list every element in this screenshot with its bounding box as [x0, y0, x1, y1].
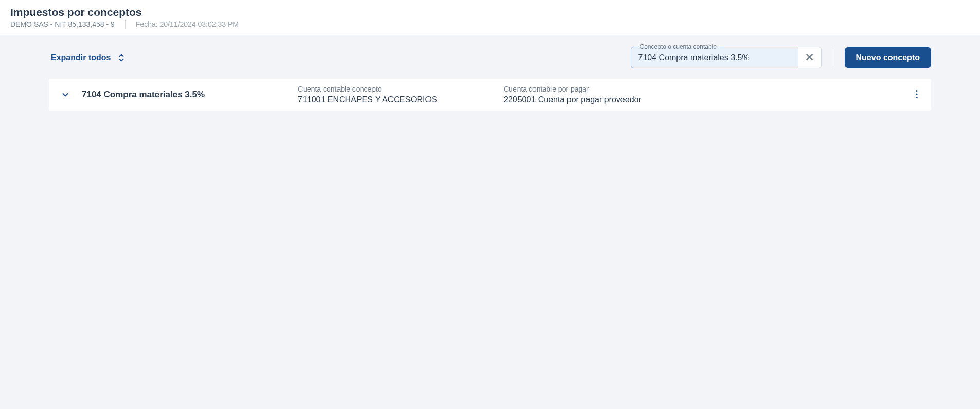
svg-point-2 — [916, 96, 917, 98]
concept-account-value: 711001 ENCHAPES Y ACCESORIOS — [298, 95, 504, 104]
concept-account-column: Cuenta contable concepto 711001 ENCHAPES… — [298, 85, 504, 104]
search-wrapper: Concepto o cuenta contable — [631, 47, 822, 68]
toolbar-left: Expandir todos — [49, 50, 127, 65]
expand-all-button[interactable]: Expandir todos — [49, 50, 127, 65]
chevron-down-icon — [61, 91, 69, 99]
concept-account-label: Cuenta contable concepto — [298, 85, 504, 93]
payable-account-column: Cuenta contable por pagar 2205001 Cuenta… — [504, 85, 913, 104]
svg-point-0 — [916, 90, 917, 91]
row-menu-button[interactable] — [913, 86, 921, 103]
clear-search-button[interactable] — [798, 47, 822, 68]
date-info: Fecha: 20/11/2024 03:02:33 PM — [136, 20, 239, 28]
concept-list: 7104 Compra materiales 3.5% Cuenta conta… — [49, 79, 931, 111]
svg-point-1 — [916, 93, 917, 95]
payable-account-value: 2205001 Cuenta por pagar proveedor — [504, 95, 913, 104]
toolbar: Expandir todos Concepto o cuenta contabl… — [49, 47, 931, 68]
content-area: Expandir todos Concepto o cuenta contabl… — [0, 35, 980, 409]
concept-name: 7104 Compra materiales 3.5% — [82, 90, 298, 100]
page-header: Impuestos por conceptos DEMO SAS - NIT 8… — [0, 0, 980, 35]
concept-row[interactable]: 7104 Compra materiales 3.5% Cuenta conta… — [49, 79, 931, 111]
close-icon — [806, 53, 813, 62]
more-vertical-icon — [916, 90, 918, 100]
expand-collapse-icon — [118, 54, 125, 62]
payable-account-label: Cuenta contable por pagar — [504, 85, 913, 93]
search-label: Concepto o cuenta contable — [638, 43, 719, 50]
expand-all-label: Expandir todos — [51, 53, 111, 62]
new-concept-button[interactable]: Nuevo concepto — [845, 47, 931, 68]
page-title: Impuestos por conceptos — [10, 6, 142, 19]
header-divider — [125, 20, 126, 29]
toolbar-right: Concepto o cuenta contable Nuevo concept… — [631, 47, 931, 68]
company-info: DEMO SAS - NIT 85,133,458 - 9 — [10, 20, 115, 28]
page-subheader: DEMO SAS - NIT 85,133,458 - 9 Fecha: 20/… — [10, 20, 239, 29]
toolbar-divider — [833, 49, 833, 66]
